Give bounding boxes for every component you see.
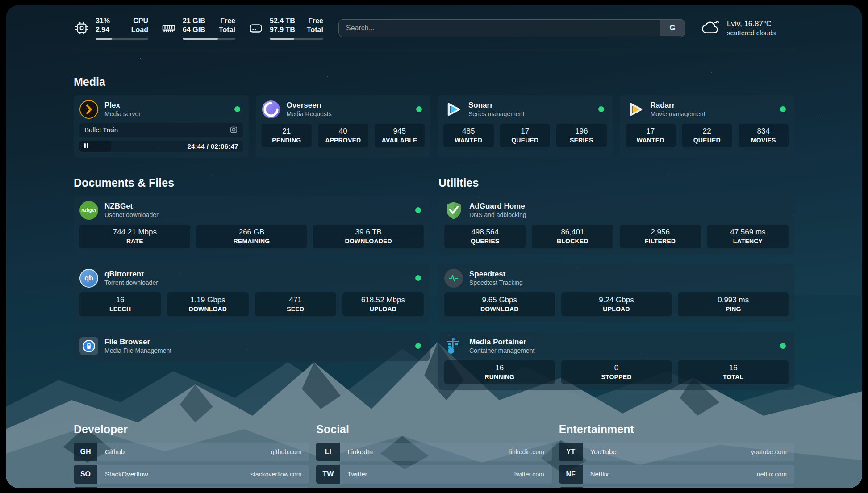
section-media: Media Plex Media server	[74, 75, 794, 158]
app-name: AdGuard Home	[469, 202, 526, 211]
status-online-dot	[780, 343, 786, 349]
status-online-dot	[415, 275, 421, 281]
app-desc: Usenet downloader	[104, 211, 159, 218]
memory-free-value: 21 GiB	[183, 17, 205, 25]
bookmark-dev[interactable]: DT DEV dev.to	[74, 487, 309, 488]
app-name: Sonarr	[468, 101, 524, 110]
speedtest-icon	[444, 269, 463, 288]
dashboard-content: 31% 2.94 CPU Load	[6, 5, 862, 488]
bookmark-reddit[interactable]: RE Reddit reddit.com	[559, 487, 794, 488]
app-card-plex[interactable]: Plex Media server Bullet Train	[74, 95, 249, 158]
section-title-media: Media	[74, 75, 794, 88]
app-card-sonarr[interactable]: Sonarr Series management 485WANTED 17QUE…	[438, 95, 613, 158]
stat-tile-upload: 618.52 MbpsUPLOAD	[342, 292, 424, 316]
bookmark-youtube[interactable]: YT YouTube youtube.com	[559, 443, 794, 461]
app-card-nzbget[interactable]: nzbget NZBGet Usenet downloader 744.21 M…	[74, 196, 430, 254]
stat-tile-rate: 744.21 MbpsRATE	[79, 225, 190, 248]
overseerr-icon	[262, 100, 280, 119]
app-card-radarr[interactable]: Radarr Movie management 17WANTED 22QUEUE…	[620, 95, 795, 158]
search-input[interactable]	[338, 19, 685, 37]
bookmark-github[interactable]: GH Github github.com	[74, 443, 309, 461]
app-card-filebrowser[interactable]: File Browser Media File Management	[74, 332, 430, 361]
bookmark-name: LinkedIn	[347, 448, 373, 455]
radarr-icon	[626, 100, 644, 119]
app-name: qBittorrent	[104, 270, 158, 279]
stat-tile-ping: 0.993 msPING	[678, 292, 789, 316]
bookmark-twitter[interactable]: TW Twitter twitter.com	[316, 465, 551, 484]
cpu-icon	[74, 20, 90, 36]
bookmark-abbr: DT	[74, 487, 97, 488]
bookmark-url: twitter.com	[514, 471, 544, 478]
search-bar: G	[338, 19, 685, 37]
dashboard-window: 31% 2.94 CPU Load	[6, 5, 862, 488]
app-desc: Speedtest Tracking	[469, 279, 523, 286]
app-name: Speedtest	[469, 270, 523, 279]
app-card-adguard[interactable]: AdGuard Home DNS and adblocking 498,564Q…	[438, 196, 794, 254]
search-engine-button[interactable]: G	[660, 20, 685, 36]
memory-stat: 21 GiB 64 GiB Free Total	[161, 17, 235, 40]
status-online-dot	[415, 207, 421, 213]
bookmark-name: Twitter	[347, 470, 367, 478]
bookmark-name: Github	[105, 448, 125, 455]
app-card-speedtest[interactable]: Speedtest Speedtest Tracking 9.65 GbpsDO…	[438, 264, 794, 322]
stat-tile-download: 9.65 GbpsDOWNLOAD	[444, 292, 555, 316]
bookmark-url: netflix.com	[757, 471, 787, 478]
weather-location-temp: Lviv, 16.87°C	[727, 20, 776, 29]
plex-icon	[79, 100, 98, 119]
bookmark-group-developer: Developer GH Github github.com SO StackO…	[74, 423, 309, 488]
bookmark-group-social: Social LI LinkedIn linkedin.com TW Twitt…	[316, 423, 551, 488]
status-online-dot	[780, 106, 786, 112]
stat-tile-remaining: 266 GBREMAINING	[196, 225, 307, 248]
cpu-progress-bar	[96, 38, 148, 40]
bookmark-group-title: Entertainment	[559, 423, 794, 436]
bookmark-stackoverflow[interactable]: SO StackOverflow stackoverflow.com	[74, 465, 309, 484]
media-type-icon	[230, 125, 238, 134]
playback-time: 24:44 / 02:06:47	[187, 141, 238, 152]
cloud-icon	[701, 18, 721, 38]
app-card-qbittorrent[interactable]: qb qBittorrent Torrent downloader 16LEEC…	[74, 264, 430, 322]
topbar-divider	[74, 50, 794, 50]
bookmark-name: StackOverflow	[105, 470, 148, 478]
weather-widget[interactable]: Lviv, 16.87°C scattered clouds	[701, 18, 794, 38]
bookmark-abbr: SO	[74, 465, 97, 484]
pause-icon	[84, 142, 89, 150]
app-name: Overseerr	[287, 101, 332, 110]
memory-total-label: Total	[219, 25, 235, 34]
stat-tile-leech: 16LEECH	[79, 292, 161, 316]
disk-free-value: 52.4 TB	[270, 17, 295, 25]
cpu-usage-label: CPU	[131, 17, 148, 25]
bookmark-linkedin[interactable]: LI LinkedIn linkedin.com	[316, 443, 551, 461]
bookmark-netflix[interactable]: NF Netflix netflix.com	[559, 465, 794, 484]
stat-tile-filtered: 2,956FILTERED	[620, 225, 701, 248]
status-online-dot	[415, 343, 421, 349]
stat-tile-queued: 22QUEUED	[682, 124, 732, 147]
stat-tile-movies: 834MOVIES	[739, 124, 789, 147]
bookmark-group-entertainment: Entertainment YT YouTube youtube.com NF …	[559, 423, 794, 488]
section-title-utilities: Utilities	[438, 176, 794, 189]
stat-tile-available: 945AVAILABLE	[375, 124, 425, 147]
adguard-icon	[444, 201, 463, 220]
bookmark-abbr: RE	[559, 487, 583, 488]
qbittorrent-icon: qb	[79, 269, 98, 288]
bookmark-url: github.com	[271, 448, 301, 455]
app-desc: Media server	[104, 110, 141, 117]
bookmark-name: Netflix	[590, 470, 609, 478]
app-desc: Torrent downloader	[104, 279, 158, 286]
app-desc: Series management	[468, 110, 524, 117]
bookmark-group-title: Social	[316, 423, 551, 436]
disk-free-label: Free	[307, 17, 323, 25]
system-stats: 31% 2.94 CPU Load	[74, 17, 323, 40]
bookmark-name: YouTube	[590, 448, 617, 455]
bookmark-abbr: NF	[559, 465, 583, 484]
app-name: NZBGet	[104, 202, 159, 211]
playback-progress-bar: 24:44 / 02:06:47	[79, 141, 243, 152]
cpu-usage-value: 31%	[96, 17, 110, 25]
weather-condition: scattered clouds	[727, 29, 776, 37]
app-card-portainer[interactable]: Media Portainer Container management 16R…	[438, 332, 794, 390]
stat-tile-approved: 40APPROVED	[318, 124, 368, 147]
app-card-overseerr[interactable]: Overseerr Media Requests 21PENDING 40APP…	[256, 95, 431, 158]
bookmark-url: stackoverflow.com	[250, 471, 301, 478]
stat-tile-seed: 471SEED	[255, 292, 336, 316]
stat-tile-pending: 21PENDING	[262, 124, 312, 147]
bookmark-url: linkedin.com	[509, 448, 544, 455]
